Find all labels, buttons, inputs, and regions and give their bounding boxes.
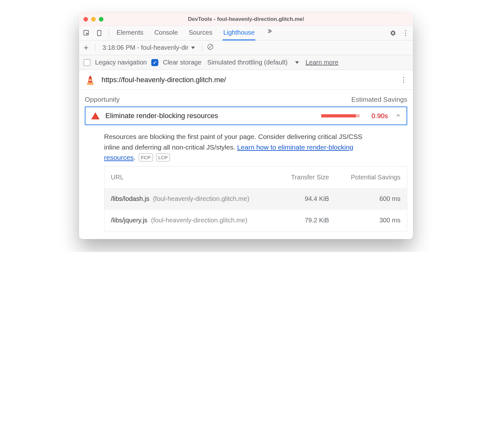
opportunity-header-row: Opportunity Estimated Savings xyxy=(85,90,407,107)
separator xyxy=(95,44,95,52)
opportunity-title: Eliminate render-blocking resources xyxy=(105,112,315,120)
svg-rect-4 xyxy=(87,82,93,85)
metric-badge-fcp: FCP xyxy=(139,153,153,161)
separator xyxy=(109,29,109,37)
device-toolbar-icon[interactable] xyxy=(94,28,105,39)
devtools-window: DevTools - foul-heavenly-direction.glitc… xyxy=(79,13,413,239)
resource-host: (foul-heavenly-direction.glitch.me) xyxy=(151,217,247,224)
description-text-b: . xyxy=(134,154,136,161)
resource-size: 79.2 KiB xyxy=(277,210,336,231)
clear-report-icon[interactable] xyxy=(207,43,214,52)
resource-path[interactable]: /libs/lodash.js xyxy=(111,195,149,202)
table-row: /libs/lodash.js (foul-heavenly-direction… xyxy=(104,188,407,210)
separator xyxy=(202,44,202,52)
new-report-button[interactable]: + xyxy=(82,43,91,53)
clear-storage-checkbox[interactable] xyxy=(151,59,158,66)
tab-console[interactable]: Console xyxy=(154,26,178,40)
window-controls xyxy=(83,17,103,22)
table-header-row: URL Transfer Size Potential Savings xyxy=(104,166,407,188)
maximize-window-button[interactable] xyxy=(99,17,103,22)
tab-sources[interactable]: Sources xyxy=(188,26,213,40)
panel-tab-bar: Elements Console Sources Lighthouse ⋮ xyxy=(79,26,413,40)
resource-savings: 300 ms xyxy=(336,210,407,231)
savings-bar-fill xyxy=(321,114,356,117)
tab-elements[interactable]: Elements xyxy=(116,26,144,40)
svg-marker-6 xyxy=(89,75,92,77)
throttling-caret-icon[interactable] xyxy=(295,61,299,64)
collapse-chevron-icon[interactable] xyxy=(394,112,401,120)
opportunity-value: 0.90s xyxy=(365,112,388,120)
legacy-navigation-label: Legacy navigation xyxy=(95,59,147,66)
options-toolbar: Legacy navigation Clear storage Simulate… xyxy=(79,55,413,70)
resource-size: 94.4 KiB xyxy=(277,188,336,210)
panel-tabs: Elements Console Sources Lighthouse xyxy=(116,26,385,40)
lighthouse-icon xyxy=(85,74,96,85)
kebab-menu-icon[interactable]: ⋮ xyxy=(400,28,411,39)
minimize-window-button[interactable] xyxy=(91,17,96,22)
close-window-button[interactable] xyxy=(83,17,88,22)
learn-more-link[interactable]: Learn more xyxy=(305,59,338,66)
throttling-label: Simulated throttling (default) xyxy=(207,59,287,66)
window-title: DevTools - foul-heavenly-direction.glitc… xyxy=(79,16,413,22)
resources-table: URL Transfer Size Potential Savings /lib… xyxy=(104,166,407,231)
opportunity-item[interactable]: Eliminate render-blocking resources 0.90… xyxy=(85,107,407,125)
report-content: Opportunity Estimated Savings Eliminate … xyxy=(79,90,413,239)
page-url: https://foul-heavenly-direction.glitch.m… xyxy=(101,76,394,84)
svg-rect-7 xyxy=(89,79,92,81)
opportunity-description: Resources are blocking the first paint o… xyxy=(85,125,367,166)
caret-down-icon xyxy=(191,47,195,49)
resource-savings: 600 ms xyxy=(336,188,407,210)
svg-line-3 xyxy=(208,45,212,49)
table-row: /libs/jquery.js (foul-heavenly-direction… xyxy=(104,210,407,231)
titlebar: DevTools - foul-heavenly-direction.glitc… xyxy=(79,13,413,26)
tab-lighthouse[interactable]: Lighthouse xyxy=(223,26,255,40)
savings-bar xyxy=(321,114,360,117)
report-menu-icon[interactable]: ⋮ xyxy=(400,76,407,84)
resource-host: (foul-heavenly-direction.glitch.me) xyxy=(153,195,249,202)
clear-storage-label: Clear storage xyxy=(163,59,201,66)
more-tabs-icon[interactable] xyxy=(265,26,276,37)
svg-rect-1 xyxy=(98,30,101,36)
report-toolbar: + 3:18:06 PM - foul-heavenly-dir xyxy=(79,40,413,55)
col-size: Transfer Size xyxy=(277,166,336,188)
opportunity-header: Opportunity xyxy=(85,96,120,103)
report-selector[interactable]: 3:18:06 PM - foul-heavenly-dir xyxy=(100,44,198,51)
col-url: URL xyxy=(104,166,277,188)
legacy-navigation-checkbox[interactable] xyxy=(83,59,91,66)
resource-path[interactable]: /libs/jquery.js xyxy=(111,217,147,224)
col-savings: Potential Savings xyxy=(336,166,407,188)
settings-gear-icon[interactable] xyxy=(387,28,398,39)
fail-triangle-icon xyxy=(91,112,100,119)
savings-header: Estimated Savings xyxy=(351,96,407,103)
inspect-element-icon[interactable] xyxy=(81,28,92,39)
report-selector-label: 3:18:06 PM - foul-heavenly-dir xyxy=(102,44,189,51)
report-urlbar: https://foul-heavenly-direction.glitch.m… xyxy=(79,70,413,90)
metric-badge-lcp: LCP xyxy=(156,153,170,161)
